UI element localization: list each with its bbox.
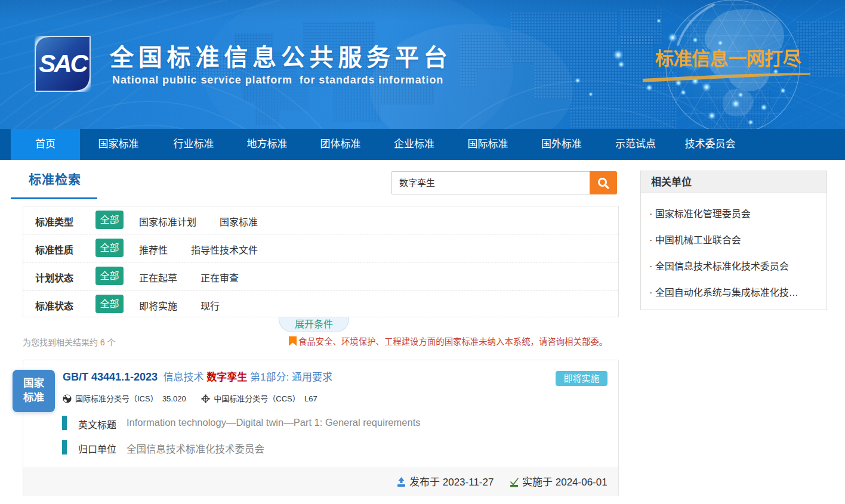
svg-text:标准信息一网打尽: 标准信息一网打尽 — [655, 48, 801, 69]
svg-text:SAC: SAC — [39, 50, 88, 78]
